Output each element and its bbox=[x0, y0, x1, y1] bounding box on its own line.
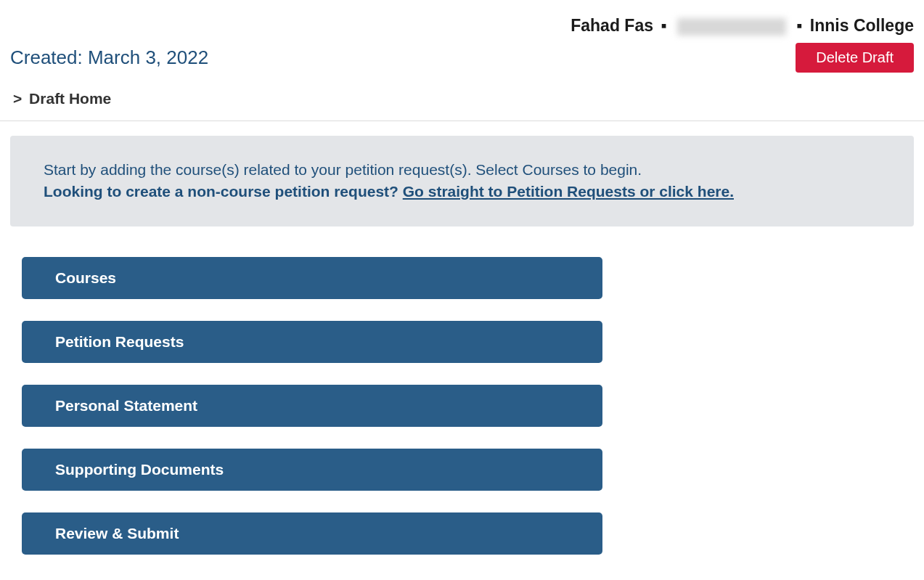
user-info-header: Fahad Fas ▪ ▪ Innis College bbox=[0, 0, 924, 36]
breadcrumb: > Draft Home bbox=[0, 73, 924, 121]
nav-courses[interactable]: Courses bbox=[22, 257, 602, 299]
delete-draft-button[interactable]: Delete Draft bbox=[796, 43, 914, 73]
nav-list: Courses Petition Requests Personal State… bbox=[22, 257, 602, 555]
nav-supporting-documents[interactable]: Supporting Documents bbox=[22, 449, 602, 491]
breadcrumb-chevron: > bbox=[13, 90, 22, 107]
info-line-2: Looking to create a non-course petition … bbox=[44, 181, 880, 203]
info-box: Start by adding the course(s) related to… bbox=[10, 136, 914, 226]
info-line-2-prefix: Looking to create a non-course petition … bbox=[44, 183, 403, 200]
divider bbox=[0, 121, 924, 121]
separator-dot: ▪ bbox=[661, 16, 666, 35]
header-row: Created: March 3, 2022 Delete Draft bbox=[0, 36, 924, 73]
redacted-id bbox=[677, 18, 786, 36]
nav-review-submit[interactable]: Review & Submit bbox=[22, 512, 602, 555]
petition-requests-link[interactable]: Go straight to Petition Requests or clic… bbox=[403, 183, 734, 200]
nav-personal-statement[interactable]: Personal Statement bbox=[22, 385, 602, 427]
user-name: Fahad Fas bbox=[571, 16, 653, 35]
created-date: Created: March 3, 2022 bbox=[10, 46, 208, 69]
nav-petition-requests[interactable]: Petition Requests bbox=[22, 321, 602, 363]
separator-dot: ▪ bbox=[796, 16, 802, 35]
college-name: Innis College bbox=[810, 16, 914, 35]
info-line-1: Start by adding the course(s) related to… bbox=[44, 159, 880, 181]
breadcrumb-current: Draft Home bbox=[29, 90, 111, 107]
